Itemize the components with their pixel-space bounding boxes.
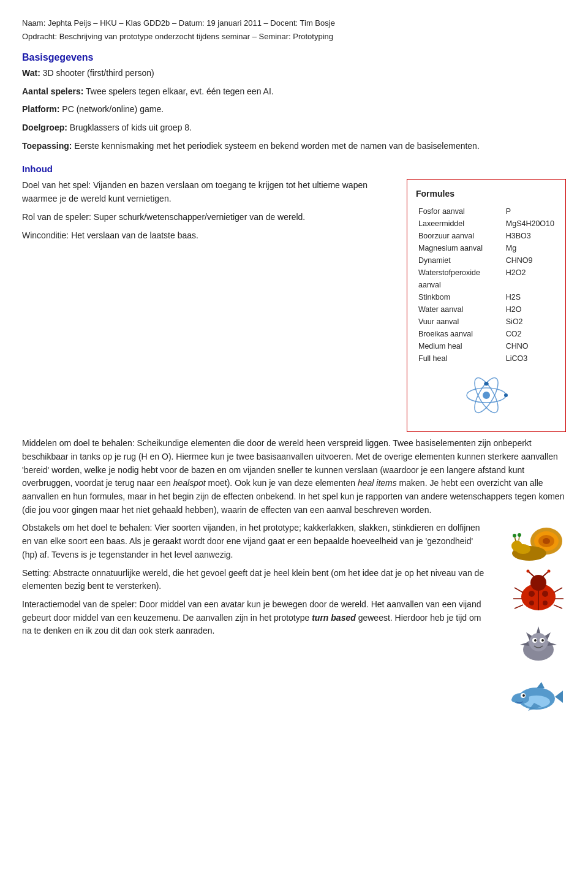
formules-row: Medium healCHNO [416, 340, 557, 352]
svg-point-4 [504, 393, 508, 397]
svg-point-22 [542, 591, 548, 597]
inhoud-title: Inhoud [22, 164, 566, 174]
platform-line: Platform: PC (network/online) game. [22, 103, 566, 116]
svg-point-27 [527, 570, 530, 573]
obstakels-text-block: Obstakels om het doel te behalen: Vier s… [22, 521, 488, 717]
formules-label: Full heal [416, 352, 500, 365]
formules-row: Magnesium aanvalMg [416, 242, 557, 254]
basisgegevens-title: Basisgegevens [22, 52, 566, 63]
formules-label: Stinkbom [416, 291, 500, 303]
formules-row: Broeikas aanvalCO2 [416, 328, 557, 340]
toepassing-line: Toepassing: Eerste kennismaking met het … [22, 140, 566, 153]
header-line1: Naam: Jephta Peijs – HKU – Klas GDD2b – … [22, 17, 566, 29]
aantal-line: Aantal spelers: Twee spelers tegen elkaa… [22, 85, 566, 99]
formules-label: Medium heal [416, 340, 500, 352]
formules-row: Vuur aanvalSiO2 [416, 316, 557, 328]
doelgroep-line: Doelgroep: Brugklassers of kids uit groe… [22, 121, 566, 135]
svg-point-10 [543, 538, 550, 544]
svg-line-34 [554, 605, 562, 609]
svg-point-16 [513, 534, 516, 537]
section-inhoud: Inhoud Doel van het spel: Vijanden en ba… [22, 164, 566, 517]
svg-point-0 [483, 392, 490, 399]
formules-label: Magnesium aanval [416, 242, 500, 254]
formules-label: Boorzuur aanval [416, 230, 500, 242]
formules-title: Formules [416, 187, 557, 202]
header-line2: Opdracht: Beschrijving van prototype ond… [22, 31, 566, 43]
svg-point-13 [511, 540, 522, 552]
svg-point-44 [534, 639, 537, 642]
formules-value: CO2 [500, 328, 557, 340]
win-text: Winconditie: Het verslaan van de laatste… [22, 229, 392, 243]
svg-line-31 [514, 605, 523, 609]
heal-items-text: heal items [358, 478, 397, 488]
svg-line-29 [514, 588, 523, 593]
formules-row: Fosfor aanvalP [416, 205, 557, 218]
formules-value: H2O [500, 303, 557, 316]
formules-value: MgS4H20O10 [500, 218, 557, 230]
formules-value: Mg [500, 242, 557, 254]
spiky-image [511, 620, 566, 666]
formules-row: Waterstofperoxide aanvalH2O2 [416, 267, 557, 291]
svg-point-53 [522, 694, 525, 697]
dolphin-image [511, 671, 566, 717]
rol-text: Rol van de speler: Super schurk/wetensch… [22, 211, 392, 224]
formules-row: DynamietCHNO9 [416, 254, 557, 267]
healspot-text: healspot [173, 478, 206, 488]
middelen-paragraph: Middelen om doel te behalen: Scheikundig… [22, 437, 566, 517]
svg-line-32 [554, 588, 562, 593]
svg-marker-48 [555, 691, 563, 703]
inhoud-left: Doel van het spel: Vijanden en bazen ver… [22, 179, 392, 432]
svg-marker-49 [537, 682, 545, 688]
doel-text: Doel van het spel: Vijanden en bazen ver… [22, 179, 392, 205]
section-basisgegevens: Basisgegevens Wat: 3D shooter (first/thi… [22, 52, 566, 153]
formules-box: Formules Fosfor aanvalPLaxeermiddelMgS4H… [407, 179, 566, 432]
formules-row: Boorzuur aanvalH3BO3 [416, 230, 557, 242]
formules-label: Vuur aanval [416, 316, 500, 328]
formules-label: Fosfor aanval [416, 205, 500, 218]
formules-label: Broeikas aanval [416, 328, 500, 340]
formules-label: Dynamiet [416, 254, 500, 267]
creature-images [499, 521, 566, 717]
interactiemodel-paragraph: Interactiemodel van de speler: Door midd… [22, 598, 488, 638]
formules-value: H2S [500, 291, 557, 303]
turn-based-text: turn based [312, 613, 356, 623]
svg-point-51 [511, 697, 518, 702]
formules-box-container: Formules Fosfor aanvalPLaxeermiddelMgS4H… [407, 179, 566, 432]
formules-label: Waterstofperoxide aanval [416, 267, 500, 291]
wat-line: Wat: 3D shooter (first/third person) [22, 67, 566, 80]
svg-point-21 [529, 591, 535, 597]
svg-point-41 [529, 633, 548, 651]
formules-label: Laxeermiddel [416, 218, 500, 230]
obstakels-paragraph: Obstakels om het doel te behalen: Vier s… [22, 521, 488, 561]
formules-value: H3BO3 [500, 230, 557, 242]
svg-point-45 [541, 639, 544, 642]
setting-paragraph: Setting: Abstracte onnatuurlijke wereld,… [22, 567, 488, 593]
formules-table: Fosfor aanvalPLaxeermiddelMgS4H20O10Boor… [416, 205, 557, 365]
svg-point-23 [529, 601, 534, 605]
atom-icon [416, 371, 557, 424]
formules-value: P [500, 205, 557, 218]
formules-value: CHNO9 [500, 254, 557, 267]
formules-value: H2O2 [500, 267, 557, 291]
formules-value: LiCO3 [500, 352, 557, 365]
beetle-image [511, 569, 566, 615]
formules-row: LaxeermiddelMgS4H20O10 [416, 218, 557, 230]
obstakels-section: Obstakels om het doel te behalen: Vier s… [22, 521, 566, 717]
svg-point-17 [518, 533, 521, 537]
formules-row: StinkbomH2S [416, 291, 557, 303]
formules-row: Water aanvalH2O [416, 303, 557, 316]
formules-row: Full healLiCO3 [416, 352, 557, 365]
svg-point-28 [548, 570, 551, 573]
formules-label: Water aanval [416, 303, 500, 316]
formules-value: CHNO [500, 340, 557, 352]
svg-point-24 [543, 601, 548, 605]
snail-image [511, 521, 566, 564]
formules-value: SiO2 [500, 316, 557, 328]
